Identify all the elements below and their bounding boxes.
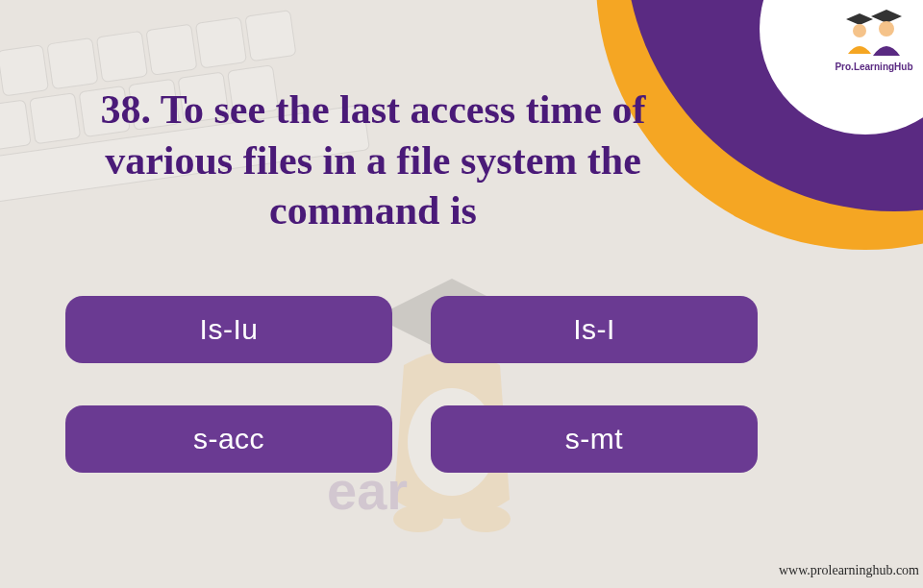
svg-point-8	[879, 21, 894, 37]
question-number: 38.	[101, 87, 152, 132]
brand-name: Pro.LearningHub	[831, 61, 917, 72]
option-label: s-acc	[193, 423, 264, 455]
footer-url: www.prolearninghub.com	[779, 563, 919, 578]
brand-logo: Pro.LearningHub	[831, 8, 917, 72]
option-label: s-mt	[565, 423, 623, 455]
svg-point-3	[461, 505, 511, 532]
graduates-icon	[840, 8, 908, 60]
question-text: 38. To see the last access time of vario…	[65, 85, 681, 236]
svg-point-6	[853, 24, 866, 37]
slide-stage: ear Pro.LearningHub 38. To see the last …	[0, 0, 923, 588]
svg-point-2	[393, 505, 443, 532]
option-a[interactable]: Is-Iu	[65, 296, 392, 363]
answer-grid: Is-Iu Is-I s-acc s-mt	[65, 296, 758, 473]
option-d[interactable]: s-mt	[431, 405, 758, 473]
option-label: Is-I	[573, 313, 615, 346]
option-c[interactable]: s-acc	[65, 405, 392, 473]
option-label: Is-Iu	[200, 313, 259, 346]
question-body: To see the last access time of various f…	[105, 87, 645, 233]
svg-marker-5	[846, 13, 873, 25]
option-b[interactable]: Is-I	[431, 296, 758, 363]
svg-marker-7	[871, 10, 902, 23]
